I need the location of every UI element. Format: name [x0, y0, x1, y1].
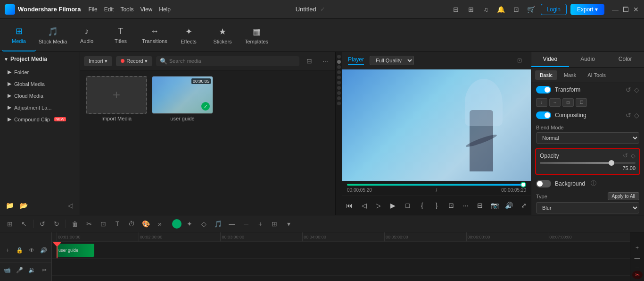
icon-music[interactable]: ♫	[480, 4, 492, 15]
timeline-vol-minus[interactable]: ─	[240, 218, 252, 230]
transform-toggle[interactable]	[536, 86, 551, 94]
close-button[interactable]: ✕	[633, 6, 639, 13]
next-frame-button[interactable]: ▶	[388, 199, 397, 212]
record-button[interactable]: Record ▾	[116, 56, 152, 66]
background-toggle[interactable]	[536, 180, 551, 187]
scroll-dot-5[interactable]	[337, 76, 341, 79]
blur-type-select[interactable]: Blur	[536, 202, 639, 213]
mark-out-button[interactable]: }	[432, 199, 441, 212]
opacity-slider[interactable]	[540, 162, 636, 164]
add-media-button[interactable]: 📂	[18, 200, 29, 211]
maximize-button[interactable]: ⧠	[622, 6, 629, 13]
toolbar-audio[interactable]: ♪ Audio	[70, 19, 104, 51]
compositing-diamond-icon[interactable]: ◇	[634, 111, 639, 119]
toolbar-effects[interactable]: ✦ Effects	[172, 19, 206, 51]
timeline-color[interactable]: 🎨	[140, 218, 152, 230]
apply-to-all-button[interactable]: Apply to All	[608, 192, 639, 200]
transform-icon-3[interactable]: ⊡	[562, 98, 574, 107]
scroll-dot-9[interactable]	[337, 96, 341, 100]
panel-item-global-media[interactable]: ▶ Global Media	[0, 78, 80, 90]
toolbar-media[interactable]: ⊞ Media	[2, 19, 36, 51]
timeline-record-button[interactable]	[172, 219, 182, 229]
transform-diamond-icon[interactable]: ◇	[634, 86, 639, 94]
icon-layout[interactable]: ⊡	[511, 4, 522, 15]
toolbar-stickers[interactable]: ★ Stickers	[206, 19, 239, 51]
add-folder-button[interactable]: 📁	[4, 200, 15, 211]
timeline-redo[interactable]: ↻	[50, 218, 63, 230]
progress-bar[interactable]	[347, 184, 526, 186]
background-info-icon[interactable]: ⓘ	[591, 179, 596, 187]
transform-icon-4[interactable]: ⧠	[576, 98, 587, 107]
export-button[interactable]: Export ▾	[570, 4, 604, 15]
toolbar-titles[interactable]: T Titles	[104, 19, 138, 51]
timeline-grid[interactable]: ⊞	[268, 218, 281, 230]
scroll-dot-3[interactable]	[337, 65, 341, 69]
timeline-minus[interactable]: —	[226, 218, 238, 230]
filter-button[interactable]: ⊟	[303, 55, 315, 67]
compositing-reset-icon[interactable]: ↺	[626, 111, 631, 119]
panel-item-adjustment[interactable]: ▶ Adjustment La...	[0, 102, 80, 113]
minimize-button[interactable]: —	[612, 6, 619, 13]
track-lock-icon[interactable]: 🔒	[15, 245, 25, 255]
fit-button[interactable]: ⤢	[519, 199, 528, 212]
track-eye-icon[interactable]: 👁	[27, 245, 37, 255]
import-media-item[interactable]: + Import Media	[86, 76, 147, 121]
scroll-dot-1[interactable]	[337, 55, 341, 59]
import-thumb[interactable]: +	[86, 76, 147, 114]
quality-select[interactable]: Full Quality	[370, 56, 414, 65]
timeline-chevron[interactable]: ▾	[282, 218, 295, 230]
timeline-text[interactable]: T	[111, 218, 124, 230]
more-options-button[interactable]: ···	[319, 55, 331, 67]
subtab-basic[interactable]: Basic	[535, 70, 557, 80]
scroll-dot-8[interactable]	[337, 91, 341, 95]
timeline-vol-plus[interactable]: +	[254, 218, 266, 230]
timeline-speed[interactable]: ⏱	[125, 218, 138, 230]
side-add-button[interactable]: +	[632, 244, 643, 252]
side-minus-button[interactable]: —	[632, 254, 643, 263]
compositing-toggle[interactable]	[536, 111, 551, 119]
audio-button[interactable]: 🔊	[504, 199, 513, 212]
timeline-cut[interactable]: ✂	[83, 218, 95, 230]
scroll-dot-2[interactable]	[337, 60, 341, 64]
track-cut-icon[interactable]: ✂	[39, 265, 50, 275]
timeline-ai[interactable]: ✦	[183, 218, 196, 230]
project-media-header[interactable]: ▼ Project Media	[0, 52, 80, 66]
subtab-ai-tools[interactable]: AI Tools	[583, 70, 611, 80]
blend-mode-select[interactable]: Normal	[536, 132, 639, 144]
icon-cart[interactable]: 🛒	[526, 4, 537, 15]
timeline-select[interactable]: ↖	[18, 218, 30, 230]
menu-edit[interactable]: Edit	[104, 6, 114, 13]
player-tab[interactable]: Player	[348, 56, 364, 65]
tab-audio[interactable]: Audio	[569, 52, 607, 67]
track-mute-icon[interactable]: 🔊	[39, 245, 49, 255]
snapshot-button[interactable]: 📷	[490, 199, 499, 212]
import-button[interactable]: Import ▾	[84, 56, 112, 66]
timeline-add-track[interactable]: ⊞	[4, 218, 16, 230]
icon-grid[interactable]: ⊞	[465, 4, 477, 15]
icon-bell[interactable]: 🔔	[495, 4, 507, 15]
add-audio-track[interactable]: 🎤	[15, 265, 25, 275]
more-controls-button[interactable]: ···	[461, 199, 470, 212]
subtab-mask[interactable]: Mask	[559, 70, 581, 80]
track-volume[interactable]: 🔉	[27, 265, 37, 275]
track-add-icon[interactable]: +	[3, 245, 13, 255]
track-clip-1[interactable]: user guide	[57, 244, 94, 257]
toolbar-transitions[interactable]: ↔ Transitions	[138, 19, 172, 51]
add-video-track[interactable]: 📹	[2, 265, 13, 275]
transform-reset-icon[interactable]: ↺	[626, 86, 631, 94]
stop-button[interactable]: □	[403, 199, 412, 212]
timeline-undo[interactable]: ↺	[36, 218, 49, 230]
side-cut-button[interactable]: ✂	[632, 271, 643, 279]
menu-help[interactable]: Help	[159, 6, 171, 13]
scroll-dot-4[interactable]	[337, 70, 341, 74]
range-button[interactable]: ⊡	[446, 199, 455, 212]
video-thumb[interactable]: 00:00:05 ✓	[152, 76, 213, 114]
rewind-button[interactable]: ⏮	[345, 199, 354, 212]
panel-item-cloud-media[interactable]: ▶ Cloud Media	[0, 90, 80, 102]
opacity-diamond-icon[interactable]: ◇	[631, 152, 636, 159]
scroll-dot-6[interactable]	[337, 81, 341, 85]
player-settings-icon[interactable]: ⊡	[514, 55, 525, 66]
menu-file[interactable]: File	[88, 6, 97, 13]
mark-in-button[interactable]: {	[418, 199, 427, 212]
login-button[interactable]: Login	[541, 4, 567, 15]
